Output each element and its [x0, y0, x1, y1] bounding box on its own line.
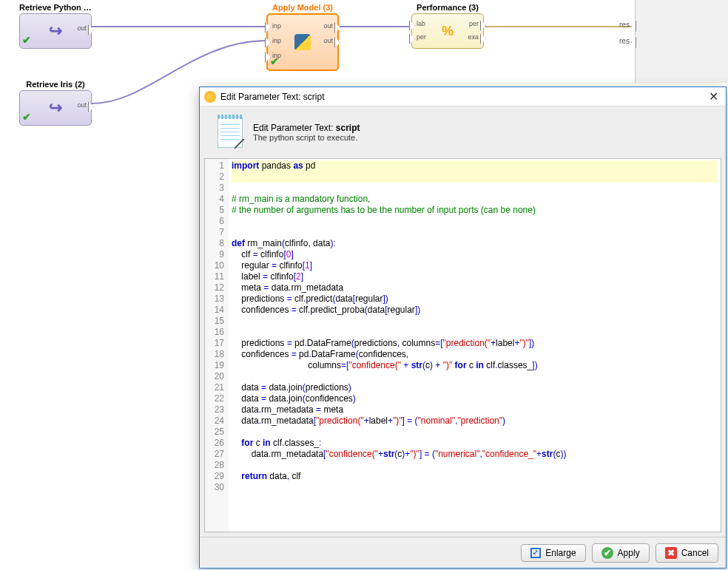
check-icon: ✔ — [22, 111, 31, 123]
dialog-header-title: Edit Parameter Text: script — [253, 123, 360, 133]
node-title: Apply Model (3) — [266, 3, 339, 12]
percent-icon: % — [442, 24, 454, 39]
node-retrieve-iris[interactable]: Retrieve Iris (2) ↪ ✔ out — [19, 80, 92, 126]
dialog-title: Edit Parameter Text: script — [220, 92, 325, 102]
retrieve-icon: ↪ — [49, 98, 62, 118]
port-out[interactable] — [334, 37, 340, 48]
apply-button[interactable]: ✔ Apply — [592, 543, 650, 563]
notepad-icon — [218, 117, 243, 148]
edit-parameter-dialog[interactable]: Edit Parameter Text: script ✕ Edit Param… — [199, 86, 727, 569]
process-sink-panel: res res — [635, 0, 728, 83]
port-inp[interactable] — [265, 52, 271, 63]
close-icon[interactable]: ✕ — [706, 89, 721, 104]
port-label: out — [77, 101, 87, 109]
code-area[interactable]: import pandas as pd # rm_main is a manda… — [229, 159, 721, 532]
node-title: Retrieve Iris (2) — [19, 80, 92, 89]
port-label: out — [77, 24, 87, 32]
dialog-header: Edit Parameter Text: script The python s… — [200, 106, 726, 158]
port-inp[interactable] — [265, 37, 271, 48]
dialog-titlebar[interactable]: Edit Parameter Text: script ✕ — [200, 87, 726, 106]
retrieve-icon: ↪ — [49, 21, 62, 41]
port-per-out[interactable] — [480, 20, 486, 31]
port-exa[interactable] — [480, 33, 486, 44]
enlarge-icon: ⤢ — [530, 548, 541, 558]
port-out[interactable] — [88, 101, 94, 112]
cancel-button[interactable]: ✖ Cancel — [655, 543, 718, 563]
port-out[interactable] — [334, 22, 340, 33]
port-out[interactable] — [88, 24, 94, 35]
port-inp[interactable] — [265, 22, 271, 33]
port-per[interactable] — [409, 33, 415, 44]
dialog-header-sub: The python script to execute. — [253, 133, 360, 142]
sink-port-res[interactable] — [631, 37, 636, 48]
check-icon: ✔ — [22, 34, 31, 46]
node-performance[interactable]: Performance (3) % lab per per exa — [411, 3, 484, 49]
dialog-footer: ⤢ Enlarge ✔ Apply ✖ Cancel — [200, 537, 726, 568]
close-icon: ✖ — [665, 547, 677, 559]
node-title: Retrieve Python GBT... — [19, 3, 92, 12]
sink-port-res[interactable] — [631, 21, 636, 32]
node-title: Performance (3) — [411, 3, 484, 12]
node-apply-model[interactable]: Apply Model (3) ✔ inp inp inp out out — [266, 3, 339, 71]
app-icon — [204, 91, 216, 103]
port-lab[interactable] — [409, 20, 415, 31]
line-number-gutter: 1234567891011121314151617181920212223242… — [205, 159, 229, 532]
python-icon — [294, 34, 311, 50]
enlarge-button[interactable]: ⤢ Enlarge — [521, 544, 585, 562]
code-editor[interactable]: 1234567891011121314151617181920212223242… — [204, 158, 721, 532]
node-retrieve-python-gbt[interactable]: Retrieve Python GBT... ↪ ✔ out — [19, 3, 92, 49]
check-icon: ✔ — [601, 547, 613, 559]
